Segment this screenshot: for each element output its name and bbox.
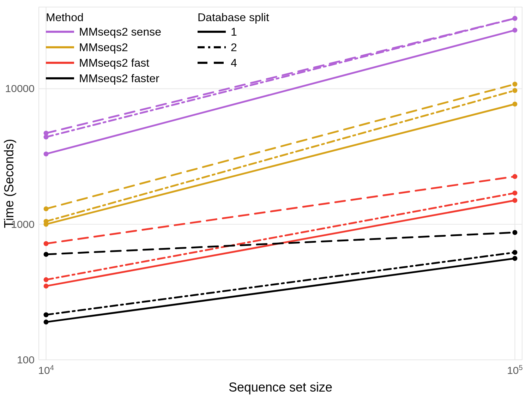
legend-split-label: 4 (231, 56, 237, 69)
data-point (44, 277, 49, 282)
data-point (512, 198, 517, 203)
data-point (44, 284, 49, 289)
data-point (44, 312, 49, 317)
data-point (44, 252, 49, 257)
legend-method-label: MMseqs2 sense (79, 25, 161, 38)
data-point (44, 151, 49, 156)
chart-container: 100100010000104105Time (Seconds)Sequence… (0, 0, 532, 399)
x-axis-label: Sequence set size (229, 380, 332, 394)
data-point (512, 250, 517, 255)
data-point (44, 206, 49, 211)
data-point (44, 241, 49, 246)
legend-method-label: MMseqs2 (79, 41, 128, 54)
legend-method-title: Method (46, 11, 84, 24)
data-point (44, 219, 49, 224)
data-point (512, 191, 517, 195)
data-point (512, 230, 517, 235)
data-point (512, 16, 517, 21)
data-point (44, 320, 49, 325)
y-axis-label: Time (Seconds) (2, 139, 16, 228)
legend-split-title: Database split (198, 11, 269, 24)
data-point (512, 102, 517, 107)
y-tick-label: 100 (17, 354, 35, 365)
data-point (44, 131, 49, 135)
data-point (512, 28, 517, 33)
data-point (512, 88, 517, 93)
y-tick-label: 10000 (5, 83, 35, 94)
x-tick-label: 104 (38, 364, 54, 376)
data-point (512, 256, 517, 261)
legend-split-label: 2 (231, 41, 237, 54)
x-tick-label: 105 (507, 364, 523, 376)
legend-method-label: MMseqs2 fast (79, 56, 149, 69)
data-point (512, 82, 517, 87)
data-point (512, 174, 517, 179)
legend-method-label: MMseqs2 faster (79, 72, 159, 85)
line-chart: 100100010000104105Time (Seconds)Sequence… (0, 0, 532, 399)
legend-split-label: 1 (231, 25, 237, 38)
